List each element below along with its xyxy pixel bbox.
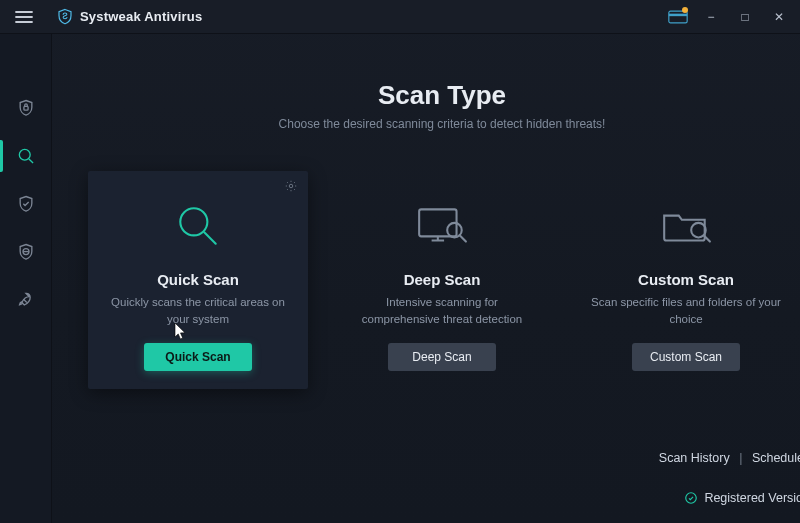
page-title: Scan Type — [80, 80, 800, 111]
quick-scan-settings-button[interactable] — [284, 179, 298, 197]
svg-rect-1 — [669, 13, 687, 15]
deep-scan-icon-wrap — [415, 191, 469, 261]
card-deep-scan[interactable]: Deep Scan Intensive scanning for compreh… — [332, 171, 552, 389]
magnifier-large-icon — [173, 201, 223, 251]
monitor-scan-icon — [415, 205, 469, 247]
sidebar-item-realtime[interactable] — [0, 182, 52, 226]
brand: Systweak Antivirus — [56, 8, 202, 26]
svg-rect-2 — [23, 106, 27, 110]
sidebar-item-web[interactable] — [0, 230, 52, 274]
registered-badge: Registered Version — [684, 491, 800, 505]
body: Scan Type Choose the desired scanning cr… — [0, 34, 800, 523]
notification-dot-icon — [682, 7, 688, 13]
sidebar-item-protection[interactable] — [0, 86, 52, 130]
shield-check-icon — [16, 194, 36, 214]
sidebar-item-scan[interactable] — [0, 134, 52, 178]
shield-e-icon — [16, 242, 36, 262]
card-desc: Intensive scanning for comprehensive thr… — [346, 294, 538, 327]
quick-scan-icon-wrap — [173, 191, 223, 261]
gear-icon — [284, 179, 298, 193]
card-title: Quick Scan — [157, 271, 239, 288]
store-button[interactable] — [664, 5, 692, 29]
registered-text: Registered Version — [704, 491, 800, 505]
custom-scan-icon-wrap — [659, 191, 713, 261]
card-desc: Quickly scans the critical areas on your… — [102, 294, 294, 327]
app-title: Systweak Antivirus — [80, 9, 202, 24]
footer-separator: | — [739, 451, 742, 465]
minimize-button[interactable]: − — [696, 5, 726, 29]
svg-point-3 — [19, 149, 30, 160]
maximize-button[interactable]: □ — [730, 5, 760, 29]
titlebar: Systweak Antivirus − □ ✕ — [0, 0, 800, 34]
menu-button[interactable] — [8, 1, 40, 33]
card-title: Custom Scan — [638, 271, 734, 288]
close-button[interactable]: ✕ — [764, 5, 794, 29]
maximize-icon: □ — [741, 10, 748, 24]
folder-scan-icon — [659, 205, 713, 247]
footer-links: Scan History | Schedule — [659, 451, 800, 465]
custom-scan-button[interactable]: Custom Scan — [632, 343, 740, 371]
brand-shield-icon — [56, 8, 74, 26]
sidebar — [0, 34, 52, 523]
hamburger-icon — [15, 10, 33, 24]
rocket-icon — [16, 290, 36, 310]
page-subtitle: Choose the desired scanning criteria to … — [80, 117, 800, 131]
shield-lock-icon — [16, 98, 36, 118]
card-quick-scan[interactable]: Quick Scan Quickly scans the critical ar… — [88, 171, 308, 389]
svg-point-6 — [180, 208, 207, 235]
magnifier-icon — [16, 146, 36, 166]
svg-point-5 — [289, 184, 293, 188]
card-title: Deep Scan — [404, 271, 481, 288]
scan-cards: Quick Scan Quickly scans the critical ar… — [80, 171, 800, 389]
deep-scan-button[interactable]: Deep Scan — [388, 343, 496, 371]
titlebar-right: − □ ✕ — [664, 5, 794, 29]
titlebar-left: Systweak Antivirus — [8, 1, 202, 33]
sidebar-item-boost[interactable] — [0, 278, 52, 322]
close-icon: ✕ — [774, 10, 784, 24]
app-window: Systweak Antivirus − □ ✕ — [0, 0, 800, 523]
minimize-icon: − — [707, 10, 714, 24]
main: Scan Type Choose the desired scanning cr… — [52, 34, 800, 523]
svg-point-10 — [686, 493, 697, 504]
schedule-link[interactable]: Schedule — [752, 451, 800, 465]
card-desc: Scan specific files and folders of your … — [590, 294, 782, 327]
scan-history-link[interactable]: Scan History — [659, 451, 730, 465]
quick-scan-button[interactable]: Quick Scan — [144, 343, 252, 371]
card-custom-scan[interactable]: Custom Scan Scan specific files and fold… — [576, 171, 796, 389]
check-circle-icon — [684, 491, 698, 505]
